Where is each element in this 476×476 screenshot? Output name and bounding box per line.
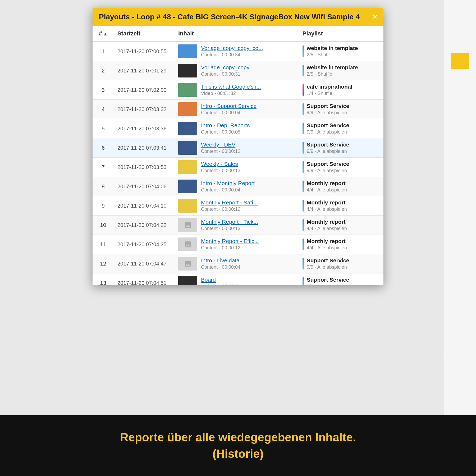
- table-row[interactable]: 3 2017-11-20 07:02:00 This is what Googl…: [93, 80, 383, 100]
- table-row[interactable]: 5 2017-11-20 07:03:36 Intro - Dep. Repor…: [93, 119, 383, 138]
- table-row[interactable]: 9 2017-11-20 07:04:10 Monthly Report - S…: [93, 196, 383, 216]
- thumbnail: [178, 141, 197, 155]
- content-title[interactable]: Monthly Report - Sati...: [201, 199, 258, 206]
- col-startzeit: Startzeit: [114, 26, 175, 42]
- table-row[interactable]: 11 2017-11-20 07:04:35 Monthly Report - …: [93, 235, 383, 254]
- row-number: 12: [93, 254, 114, 273]
- playlist-title: website in template: [307, 64, 358, 71]
- content-title[interactable]: Vorlage_copy_copy_co...: [201, 45, 263, 51]
- thumbnail: [178, 44, 197, 58]
- row-playlist: website in template 2/5 - Shuffle: [299, 42, 383, 61]
- inhalt-info: Monthly Report - Tick... Content - 00:00…: [201, 219, 258, 231]
- row-number: 13: [93, 273, 114, 285]
- content-subtitle: Content - 00:00:13: [201, 226, 240, 231]
- row-inhalt: Vorlage_copy_copy_co... Content - 00:00:…: [175, 42, 299, 61]
- outer-wrapper: Verbierät udeine Zu de... Playouts - Loo…: [0, 0, 476, 476]
- content-title[interactable]: Intro - Monthly Report: [201, 180, 255, 186]
- content-title[interactable]: Board: [201, 277, 241, 283]
- row-inhalt: Monthly Report - Effic... Content - 00:0…: [175, 235, 299, 254]
- modal-dialog: Playouts - Loop # 48 - Cafe BIG Screen-4…: [93, 8, 383, 285]
- modal-header: Playouts - Loop # 48 - Cafe BIG Screen-4…: [93, 8, 383, 26]
- row-number: 2: [93, 61, 114, 80]
- playlist-sub: 9/9 - Alle abspielen: [307, 264, 347, 270]
- playlist-color-bar: [303, 258, 304, 269]
- playlist-sub: 9/9 - Alle abspielen: [307, 110, 347, 115]
- row-playlist: Support Service 9/9 - Alle abspielen: [299, 158, 383, 177]
- thumbnail: [178, 276, 197, 285]
- row-startzeit: 2017-11-20 07:03:41: [114, 138, 175, 158]
- playout-table: # Startzeit Inhalt Playlist 1 2017-11-20…: [93, 26, 383, 285]
- row-playlist: Support Service 9/9 - Alle abspielen: [299, 100, 383, 119]
- row-number: 10: [93, 216, 114, 235]
- content-title[interactable]: Weekly - DEV: [201, 141, 240, 148]
- content-subtitle: Video - 00:01:32: [201, 91, 236, 96]
- row-startzeit: 2017-11-20 07:04:10: [114, 196, 175, 216]
- playlist-color-bar: [303, 142, 304, 154]
- playlist-title: Support Service: [307, 103, 349, 109]
- content-subtitle: Content - 00:00:31: [201, 71, 240, 77]
- inhalt-info: Vorlage_copy_copy Content - 00:00:31: [201, 64, 249, 77]
- playlist-info: Monthly report 4/4 - Alle abspielen: [307, 238, 347, 251]
- playlist-color-bar: [303, 277, 304, 285]
- inhalt-info: Intro - Dep. Reports Content - 00:00:05: [201, 122, 250, 135]
- playlist-info: Monthly report 4/4 - Alle abspielen: [307, 219, 347, 231]
- playlist-sub: 9/9 - Alle abspielen: [307, 284, 347, 285]
- content-title[interactable]: Monthly Report - Effic...: [201, 238, 259, 244]
- table-row[interactable]: 1 2017-11-20 07:00:55 Vorlage_copy_copy_…: [93, 42, 383, 61]
- playlist-info: Support Service 9/9 - Alle abspielen: [307, 103, 349, 116]
- content-title[interactable]: This is what Google's i...: [201, 84, 261, 90]
- content-title[interactable]: Vorlage_copy_copy: [201, 64, 249, 71]
- row-playlist: Monthly report 4/4 - Alle abspielen: [299, 196, 383, 216]
- table-row[interactable]: 13 2017-11-20 07:04:51 Board Website - 0…: [93, 273, 383, 285]
- table-row[interactable]: 8 2017-11-20 07:04:06 Intro - Monthly Re…: [93, 177, 383, 196]
- side-panel: [444, 0, 476, 415]
- content-title[interactable]: Intro - Dep. Reports: [201, 122, 250, 129]
- thumbnail-placeholder: [178, 257, 197, 271]
- playlist-sub: 1/4 - Shuffle: [307, 91, 332, 96]
- modal-title: Playouts - Loop # 48 - Cafe BIG Screen-4…: [99, 13, 360, 21]
- row-playlist: Support Service 9/9 - Alle abspielen: [299, 138, 383, 158]
- row-startzeit: 2017-11-20 07:04:22: [114, 216, 175, 235]
- content-title[interactable]: Monthly Report - Tick...: [201, 219, 258, 225]
- playlist-title: Support Service: [307, 257, 349, 264]
- playlist-title: Monthly report: [307, 180, 347, 186]
- row-number: 7: [93, 158, 114, 177]
- table-row[interactable]: 2 2017-11-20 07:01:29 Vorlage_copy_copy …: [93, 61, 383, 80]
- row-number: 11: [93, 235, 114, 254]
- row-number: 9: [93, 196, 114, 216]
- playlist-color-bar: [303, 103, 304, 115]
- playlist-sub: 4/4 - Alle abspielen: [307, 245, 347, 250]
- content-subtitle: Content - 00:00:05: [201, 129, 240, 135]
- side-yellow-box: [451, 53, 469, 69]
- playlist-title: Monthly report: [307, 219, 347, 225]
- playlist-info: Support Service 9/9 - Alle abspielen: [307, 161, 349, 173]
- content-title[interactable]: Weekly - Sales: [201, 161, 240, 167]
- playlist-color-bar: [303, 84, 304, 96]
- playlist-title: Monthly report: [307, 238, 347, 244]
- table-row[interactable]: 10 2017-11-20 07:04:22 Monthly Report - …: [93, 216, 383, 235]
- playlist-info: Support Service 9/9 - Alle abspielen: [307, 141, 349, 154]
- playlist-title: Support Service: [307, 161, 349, 167]
- col-number: #: [93, 26, 114, 42]
- table-row[interactable]: 6 2017-11-20 07:03:41 Weekly - DEV Conte…: [93, 138, 383, 158]
- row-inhalt: Intro - Live data Content - 00:00:04: [175, 254, 299, 273]
- playlist-sub: 9/9 - Alle abspielen: [307, 149, 347, 154]
- bottom-text: Reporte über alle wiedegegebenen Inhalte…: [120, 429, 356, 462]
- close-button[interactable]: ×: [373, 13, 377, 21]
- row-inhalt: Intro - Support Service Content - 00:00:…: [175, 100, 299, 119]
- playlist-color-bar: [303, 161, 304, 173]
- content-subtitle: Website - 00:00:24: [201, 284, 241, 285]
- table-wrapper[interactable]: # Startzeit Inhalt Playlist 1 2017-11-20…: [93, 26, 383, 285]
- playlist-sub: 9/9 - Alle abspielen: [307, 129, 347, 135]
- row-inhalt: Weekly - DEV Content - 00:00:12: [175, 138, 299, 158]
- table-row[interactable]: 4 2017-11-20 07:03:32 Intro - Support Se…: [93, 100, 383, 119]
- thumbnail: [178, 122, 197, 135]
- content-title[interactable]: Intro - Live data: [201, 257, 240, 264]
- table-row[interactable]: 12 2017-11-20 07:04:47 Intro - Live data…: [93, 254, 383, 273]
- playlist-info: Support Service 9/9 - Alle abspielen: [307, 122, 349, 135]
- table-row[interactable]: 7 2017-11-20 07:03:53 Weekly - Sales Con…: [93, 158, 383, 177]
- row-startzeit: 2017-11-20 07:01:29: [114, 61, 175, 80]
- content-subtitle: Content - 00:00:13: [201, 168, 240, 173]
- inhalt-info: Monthly Report - Sati... Content - 00:00…: [201, 199, 258, 212]
- content-title[interactable]: Intro - Support Service: [201, 103, 257, 109]
